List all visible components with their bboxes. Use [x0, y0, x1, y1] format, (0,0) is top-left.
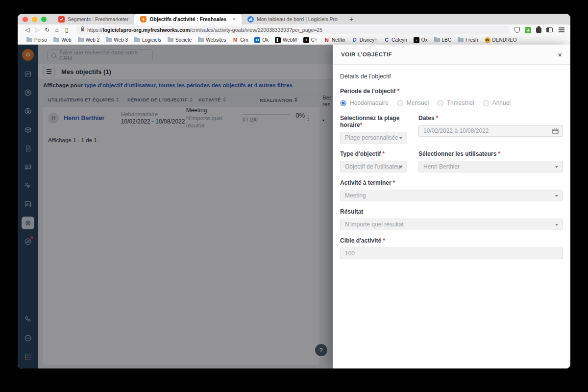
bookmark-dendreo[interactable]: WDENDREO: [482, 37, 520, 43]
required-asterisk: *: [393, 179, 395, 186]
tab-freshsales-active[interactable]: Objectifs d'activité : Freshsales ×: [134, 14, 242, 24]
freshsales-favicon: [140, 16, 147, 23]
result-select[interactable]: N'importe quel résultat: [340, 219, 563, 230]
required-asterisk: *: [498, 150, 500, 157]
bookmark-folder-web[interactable]: Web: [50, 37, 74, 43]
reload-icon[interactable]: ↻: [42, 26, 52, 33]
radio-icon[interactable]: [397, 100, 403, 106]
back-icon[interactable]: ◁: [23, 26, 32, 33]
tab-close-icon[interactable]: ×: [232, 16, 235, 22]
target-input[interactable]: 100: [340, 247, 563, 259]
bookmark-netflix[interactable]: NNetflix: [321, 37, 348, 43]
ox-icon: ▪: [414, 37, 419, 43]
menu-hamburger-icon[interactable]: [559, 29, 564, 30]
bookmark-disney-plus[interactable]: DDisney+: [349, 37, 380, 43]
maximize-window-button[interactable]: [41, 17, 47, 22]
folder-icon: [134, 38, 140, 42]
new-tab-button[interactable]: +: [343, 14, 359, 24]
bookmark-folder-web3[interactable]: Web 3: [103, 37, 131, 43]
green-extension-icon[interactable]: [525, 27, 531, 33]
bookmark-outlook[interactable]: OOk: [251, 37, 271, 43]
bookmark-folder-societe[interactable]: Societe: [165, 37, 195, 43]
tab-freshmarketer[interactable]: Segments : Freshmarketer: [52, 14, 134, 24]
users-select[interactable]: Henri Berthier: [418, 161, 563, 172]
folder-icon: [458, 38, 464, 42]
folder-icon: [106, 38, 112, 42]
bookmark-folder-lbc[interactable]: LBC: [431, 37, 454, 43]
radio-hebdomadaire[interactable]: Hebdomadaire: [340, 99, 389, 106]
activity-select[interactable]: Meeting: [340, 190, 563, 201]
dates-field-label: Dates*: [418, 115, 563, 122]
tab-logiciels-pro[interactable]: Mon tableau de bord | Logiciels.Pro: [242, 14, 343, 24]
bookmark-c-plus[interactable]: +C+: [300, 37, 320, 43]
activity-field-label: Activité à terminer*: [340, 179, 563, 186]
required-asterisk: *: [382, 150, 385, 157]
modal-dim-overlay[interactable]: [18, 45, 333, 368]
browser-toolbar: ◁ ▷ ↻ ⌂ ▯ https://logicielspro-org.myfre…: [18, 24, 570, 35]
bookmark-webm[interactable]: ▌WebM: [272, 37, 300, 43]
tab-label: Objectifs d'activité : Freshsales: [149, 16, 226, 22]
close-icon[interactable]: ×: [558, 51, 562, 58]
folder-icon: [78, 38, 84, 42]
bookmark-library-icon[interactable]: ▯: [62, 26, 72, 33]
webm-icon: ▌: [275, 37, 281, 43]
required-asterisk: *: [397, 88, 400, 95]
home-icon[interactable]: ⌂: [52, 26, 62, 33]
period-field-label: Période de l'objectif*: [340, 88, 563, 95]
c-plus-icon: +: [303, 37, 309, 43]
bookmark-folder-websites[interactable]: Websites: [195, 37, 229, 43]
result-field-label: Résultat: [340, 208, 563, 215]
bookmark-folder-logiciels[interactable]: Logiciels: [131, 37, 164, 43]
users-field-label: Sélectionner les utilisateurs*: [418, 150, 563, 157]
radio-icon[interactable]: [437, 100, 443, 106]
lock-icon: [81, 28, 84, 31]
tracking-protection-shield-icon[interactable]: [514, 27, 520, 33]
range-field-label: Sélectionnez la plage horaire*: [340, 115, 407, 128]
radio-selected-icon[interactable]: [340, 100, 346, 106]
radio-annuel[interactable]: Annuel: [483, 99, 511, 106]
required-asterisk: *: [383, 237, 385, 244]
range-select[interactable]: Plage personnalisée: [340, 132, 407, 144]
freshmarketer-favicon: [58, 16, 65, 23]
sidebar-layout-icon[interactable]: [546, 27, 553, 32]
gmail-icon: M: [232, 37, 238, 43]
bookmark-folder-web2[interactable]: Web 2: [75, 37, 103, 43]
tab-strip: Segments : Freshmarketer Objectifs d'act…: [18, 14, 570, 24]
section-title: Détails de l'objectif: [340, 73, 563, 80]
close-window-button[interactable]: [23, 17, 28, 22]
bookmark-folder-fresh[interactable]: Fresh: [455, 37, 481, 43]
type-field-label: Type d'objectif*: [340, 150, 407, 157]
drawer-header: VOIR L'OBJECTIF ×: [333, 45, 570, 65]
bookmark-cafeyn[interactable]: CCafeyn: [381, 37, 410, 43]
forward-icon[interactable]: ▷: [32, 26, 42, 33]
minimize-window-button[interactable]: [32, 17, 37, 22]
url-text: https://logicielspro-org.myfreshworks.co…: [87, 27, 322, 33]
bookmark-ox[interactable]: ▪Ox: [411, 37, 431, 43]
bookmark-gmail[interactable]: MGm: [229, 37, 251, 43]
browser-window: Segments : Freshmarketer Objectifs d'act…: [18, 14, 570, 368]
outlook-icon: O: [254, 37, 260, 43]
cafeyn-icon: C: [384, 37, 390, 43]
radio-mensuel[interactable]: Mensuel: [397, 99, 429, 106]
calendar-icon[interactable]: [552, 128, 559, 136]
view-goal-drawer: VOIR L'OBJECTIF × Détails de l'objectif …: [333, 45, 570, 368]
toolbar-right-icons: [514, 27, 565, 33]
extensions-puzzle-icon[interactable]: [536, 27, 541, 33]
folder-icon: [26, 38, 32, 42]
period-radio-group: Hebdomadaire Mensuel Trimestriel Annuel: [340, 99, 563, 106]
drawer-body: Détails de l'objectif Période de l'objec…: [333, 65, 570, 274]
required-asterisk: *: [436, 115, 439, 122]
goal-type-select[interactable]: Objectif de l'utilisateur: [340, 161, 407, 172]
window-controls: [23, 14, 47, 24]
folder-icon: [198, 38, 204, 42]
radio-trimestriel[interactable]: Trimestriel: [437, 99, 474, 106]
url-bar[interactable]: https://logicielspro-org.myfreshworks.co…: [76, 26, 510, 34]
target-field-label: Cible d'activité*: [340, 237, 563, 244]
drawer-title: VOIR L'OBJECTIF: [341, 51, 392, 57]
folder-icon: [53, 38, 59, 42]
dendreo-icon: W: [485, 37, 490, 43]
bookmark-folder-perso[interactable]: Perso: [24, 37, 50, 43]
radio-icon[interactable]: [483, 100, 489, 106]
dates-input[interactable]: 10/02/2022 à 10/08/2022: [418, 125, 563, 137]
required-asterisk: *: [360, 122, 363, 128]
